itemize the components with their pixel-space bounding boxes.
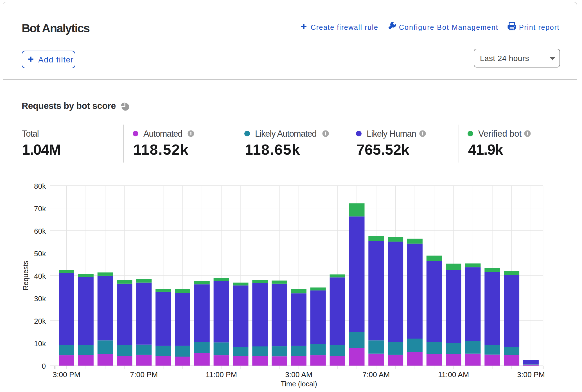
svg-text:50k: 50k [34, 249, 46, 258]
svg-text:3:00 PM: 3:00 PM [517, 370, 545, 379]
svg-text:11:00 AM: 11:00 AM [438, 370, 469, 379]
svg-text:70k: 70k [34, 204, 46, 213]
svg-text:3:00 AM: 3:00 AM [285, 370, 312, 379]
svg-text:80k: 80k [34, 182, 46, 190]
svg-text:40k: 40k [34, 272, 46, 280]
svg-text:20k: 20k [34, 317, 46, 325]
svg-text:30k: 30k [34, 294, 46, 303]
svg-text:10k: 10k [34, 339, 46, 348]
svg-text:7:00 AM: 7:00 AM [362, 370, 390, 379]
svg-text:60k: 60k [34, 227, 46, 235]
svg-text:7:00 PM: 7:00 PM [130, 370, 158, 379]
svg-text:11:00 PM: 11:00 PM [206, 370, 237, 379]
svg-text:3:00 PM: 3:00 PM [53, 370, 80, 379]
svg-text:Time (local): Time (local) [281, 380, 317, 388]
svg-text:0: 0 [42, 362, 46, 370]
svg-text:Requests: Requests [22, 261, 30, 290]
